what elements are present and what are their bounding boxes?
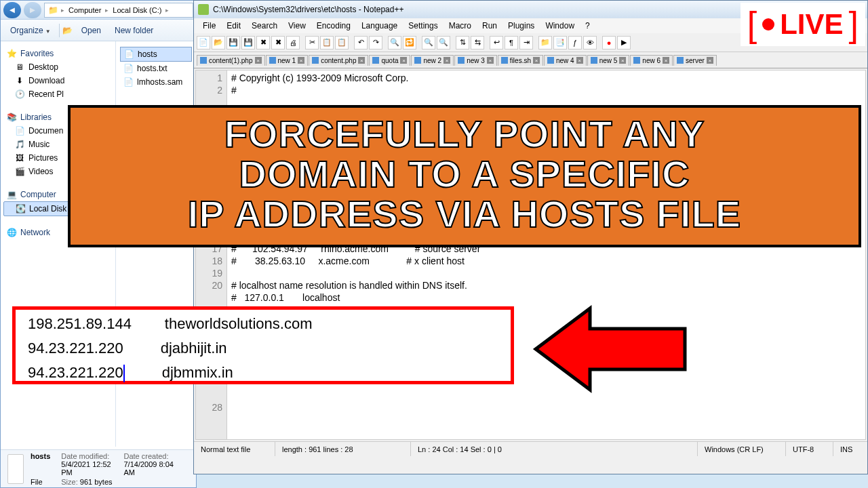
monitor-icon[interactable]: 👁 xyxy=(583,36,597,49)
allchars-icon[interactable]: ¶ xyxy=(505,36,518,49)
menu-view[interactable]: View xyxy=(283,20,311,32)
organize-button[interactable]: Organize▼ xyxy=(5,24,56,37)
address-bar[interactable]: 📁 ▸ Computer ▸ Local Disk (C:) ▸ xyxy=(44,3,193,18)
file-icon: 📄 xyxy=(123,63,134,74)
menu-run[interactable]: Run xyxy=(477,20,502,32)
doc-icon[interactable]: 📑 xyxy=(553,36,567,49)
menu-macro[interactable]: Macro xyxy=(444,20,476,32)
tab[interactable]: new 5× xyxy=(587,55,630,66)
status-encoding: UTF-8 xyxy=(786,442,833,456)
saveall-icon[interactable]: 💾 xyxy=(241,36,255,49)
tab-close-icon[interactable]: × xyxy=(298,57,304,64)
tab[interactable]: content(1).php× xyxy=(197,55,265,66)
sidebar-item-downloads[interactable]: ⬇Download xyxy=(3,74,113,87)
menu-language[interactable]: Language xyxy=(357,20,402,32)
tab-icon xyxy=(677,57,684,64)
zoomin-icon[interactable]: 🔍 xyxy=(422,36,435,49)
file-icon: 📄 xyxy=(123,49,134,60)
funclist-icon[interactable]: ƒ xyxy=(568,36,582,49)
tab[interactable]: content.php× xyxy=(309,55,368,66)
menu-help[interactable]: ? xyxy=(580,20,595,32)
tab-icon xyxy=(372,57,379,64)
file-item[interactable]: 📄hosts xyxy=(120,47,192,62)
tab-close-icon[interactable]: × xyxy=(619,57,626,64)
copy-icon[interactable]: 📋 xyxy=(320,36,334,49)
recent-icon: 🕑 xyxy=(14,89,25,100)
close-icon[interactable]: ✖ xyxy=(256,36,270,49)
details-name: hosts xyxy=(31,452,50,476)
sidebar-favorites[interactable]: ⭐Favorites xyxy=(3,47,113,60)
redo-icon[interactable]: ↷ xyxy=(369,36,382,49)
details-pane: hosts Date modified: 5/4/2021 12:52 PM D… xyxy=(1,449,196,487)
menu-plugins[interactable]: Plugins xyxy=(503,20,539,32)
sidebar-item-desktop[interactable]: 🖥Desktop xyxy=(3,60,113,74)
tab-close-icon[interactable]: × xyxy=(487,57,494,64)
tab[interactable]: new 2× xyxy=(411,55,454,66)
sidebar-item-recent[interactable]: 🕑Recent Pl xyxy=(3,87,113,101)
nav-back-button[interactable]: ◄ xyxy=(3,2,21,18)
tab[interactable]: new 3× xyxy=(454,55,497,66)
status-insert: INS xyxy=(833,442,867,456)
tab[interactable]: files.sh× xyxy=(498,55,543,66)
play-icon[interactable]: ▶ xyxy=(617,36,631,49)
window-title: C:\Windows\System32\drivers\etc\hosts - … xyxy=(213,5,403,14)
file-item[interactable]: 📄hosts.txt xyxy=(120,62,192,75)
record-icon[interactable]: ● xyxy=(602,36,616,49)
wordwrap-icon[interactable]: ↩ xyxy=(490,36,503,49)
network-icon: 🌐 xyxy=(6,227,17,238)
tab[interactable]: server× xyxy=(673,55,717,66)
cut-icon[interactable]: ✂ xyxy=(305,36,319,49)
computer-icon: 💻 xyxy=(6,189,17,200)
open-icon[interactable]: 📂 xyxy=(212,36,225,49)
download-icon: ⬇ xyxy=(14,75,25,86)
svg-marker-0 xyxy=(536,308,685,390)
hosts-highlight-box: 198.251.89.144 theworldsolutions.com 94.… xyxy=(12,306,514,384)
nav-forward-button[interactable]: ► xyxy=(24,2,41,18)
print-icon[interactable]: 🖨 xyxy=(286,36,300,49)
path-segment[interactable]: Local Disk (C:) xyxy=(111,6,163,14)
sync-icon[interactable]: ⇆ xyxy=(471,36,484,49)
paste-icon[interactable]: 📋 xyxy=(335,36,349,49)
tab-close-icon[interactable]: × xyxy=(358,57,365,64)
tab-close-icon[interactable]: × xyxy=(663,57,669,64)
tab-close-icon[interactable]: × xyxy=(443,57,450,64)
zoomout-icon[interactable]: 🔍 xyxy=(437,36,450,49)
find-icon[interactable]: 🔍 xyxy=(388,36,401,49)
status-position: Ln : 24 Col : 14 Sel : 0 | 0 xyxy=(411,442,698,456)
tab-icon xyxy=(501,57,508,64)
replace-icon[interactable]: 🔁 xyxy=(403,36,416,49)
open-button[interactable]: Open xyxy=(76,24,106,37)
explorer-toolbar: Organize▼ 📂 Open New folder xyxy=(1,20,196,41)
menu-search[interactable]: Search xyxy=(247,20,282,32)
live-badge: [ LIVE ] xyxy=(741,3,865,46)
menu-settings[interactable]: Settings xyxy=(403,20,442,32)
folder-icon[interactable]: 📁 xyxy=(538,36,552,49)
tab-icon xyxy=(414,57,421,64)
path-segment[interactable]: Computer xyxy=(67,6,102,14)
tab-close-icon[interactable]: × xyxy=(707,57,713,64)
tab[interactable]: new 4× xyxy=(544,55,587,66)
tab[interactable]: new 6× xyxy=(630,55,673,66)
indent-icon[interactable]: ⇥ xyxy=(519,36,533,49)
tab-close-icon[interactable]: × xyxy=(255,57,262,64)
tab-close-icon[interactable]: × xyxy=(576,57,583,64)
menu-edit[interactable]: Edit xyxy=(222,20,245,32)
file-item[interactable]: 📄lmhosts.sam xyxy=(120,75,192,89)
red-arrow-icon xyxy=(515,298,692,400)
tab-close-icon[interactable]: × xyxy=(400,57,407,64)
tab-close-icon[interactable]: × xyxy=(533,57,540,64)
music-icon: 🎵 xyxy=(14,139,25,150)
new-icon[interactable]: 📄 xyxy=(197,36,210,49)
menu-window[interactable]: Window xyxy=(540,20,579,32)
newfolder-button[interactable]: New folder xyxy=(109,24,159,37)
save-icon[interactable]: 💾 xyxy=(226,36,240,49)
undo-icon[interactable]: ↶ xyxy=(354,36,368,49)
closeall-icon[interactable]: ✖ xyxy=(271,36,285,49)
tab[interactable]: new 1× xyxy=(266,55,309,66)
desktop-icon: 🖥 xyxy=(14,62,25,73)
details-type: File xyxy=(31,478,50,486)
menu-file[interactable]: File xyxy=(198,20,220,32)
sync-icon[interactable]: ⇅ xyxy=(456,36,469,49)
tab[interactable]: quota× xyxy=(369,55,410,66)
menu-encoding[interactable]: Encoding xyxy=(312,20,355,32)
